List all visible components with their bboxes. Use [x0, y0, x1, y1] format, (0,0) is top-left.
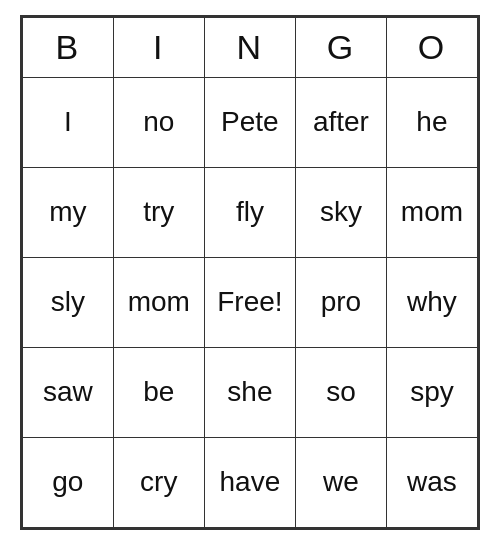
table-cell: sky — [295, 167, 386, 257]
table-cell: go — [23, 437, 114, 527]
table-row: gocryhavewewas — [23, 437, 478, 527]
table-row: slymomFree!prowhy — [23, 257, 478, 347]
table-cell: cry — [113, 437, 204, 527]
bingo-body: InoPeteafterhemytryflyskymomslymomFree!p… — [23, 77, 478, 527]
table-cell: Free! — [204, 257, 295, 347]
table-cell: was — [386, 437, 477, 527]
table-cell: no — [113, 77, 204, 167]
table-row: sawbeshesospy — [23, 347, 478, 437]
table-cell: sly — [23, 257, 114, 347]
bingo-table: B I N G O InoPeteafterhemytryflyskymomsl… — [22, 17, 478, 528]
table-row: InoPeteafterhe — [23, 77, 478, 167]
bingo-card: B I N G O InoPeteafterhemytryflyskymomsl… — [20, 15, 480, 530]
table-cell: my — [23, 167, 114, 257]
header-o: O — [386, 17, 477, 77]
table-cell: pro — [295, 257, 386, 347]
table-cell: be — [113, 347, 204, 437]
table-cell: I — [23, 77, 114, 167]
table-cell: spy — [386, 347, 477, 437]
header-g: G — [295, 17, 386, 77]
table-cell: fly — [204, 167, 295, 257]
table-cell: mom — [386, 167, 477, 257]
table-cell: saw — [23, 347, 114, 437]
header-b: B — [23, 17, 114, 77]
header-n: N — [204, 17, 295, 77]
table-cell: Pete — [204, 77, 295, 167]
table-cell: she — [204, 347, 295, 437]
table-cell: he — [386, 77, 477, 167]
table-cell: so — [295, 347, 386, 437]
table-cell: we — [295, 437, 386, 527]
table-cell: have — [204, 437, 295, 527]
header-i: I — [113, 17, 204, 77]
header-row: B I N G O — [23, 17, 478, 77]
table-cell: mom — [113, 257, 204, 347]
table-cell: after — [295, 77, 386, 167]
table-cell: try — [113, 167, 204, 257]
table-row: mytryflyskymom — [23, 167, 478, 257]
table-cell: why — [386, 257, 477, 347]
